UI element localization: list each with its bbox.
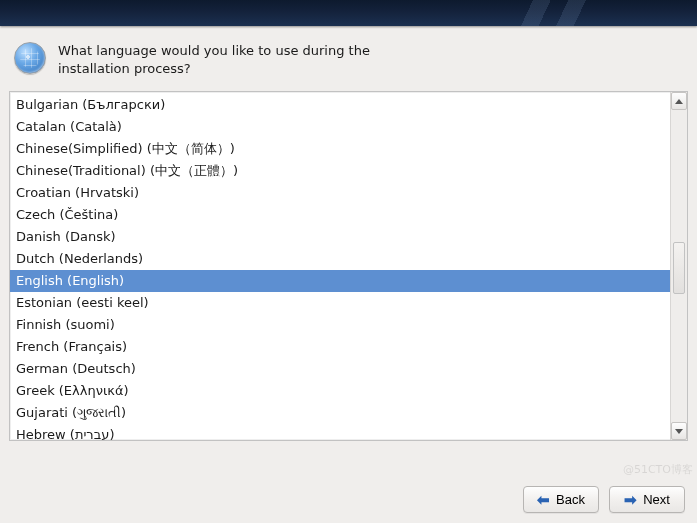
scroll-thumb[interactable] [673,242,685,294]
language-option[interactable]: Croatian (Hrvatski) [10,182,670,204]
back-button[interactable]: ⬅ Back [523,486,599,513]
language-option[interactable]: Gujarati (ગુજરાતી) [10,402,670,424]
language-option[interactable]: Catalan (Català) [10,116,670,138]
language-option[interactable]: Estonian (eesti keel) [10,292,670,314]
language-option[interactable]: Chinese(Simplified) (中文（简体）) [10,138,670,160]
language-option[interactable]: Bulgarian (Български) [10,94,670,116]
language-option[interactable]: Finnish (suomi) [10,314,670,336]
language-option[interactable]: English (English) [10,270,670,292]
arrow-left-icon: ⬅ [537,492,550,507]
language-option[interactable]: Greek (Ελληνικά) [10,380,670,402]
next-button-label: Next [643,492,670,507]
language-option[interactable]: Hebrew (עברית) [10,424,670,440]
language-option[interactable]: Chinese(Traditional) (中文（正體）) [10,160,670,182]
scrollbar[interactable] [670,92,687,440]
language-option[interactable]: German (Deutsch) [10,358,670,380]
language-option[interactable]: Dutch (Nederlands) [10,248,670,270]
next-button[interactable]: ➡ Next [609,486,685,513]
language-option[interactable]: Danish (Dansk) [10,226,670,248]
arrow-right-icon: ➡ [624,492,637,507]
language-option[interactable]: Czech (Čeština) [10,204,670,226]
chevron-up-icon [675,99,683,104]
language-list-container: Bulgarian (Български)Catalan (Català)Chi… [9,91,688,441]
watermark: @51CTO博客 [623,462,693,477]
installer-banner [0,0,697,26]
footer-buttons: ⬅ Back ➡ Next [523,486,685,513]
scroll-down-button[interactable] [671,422,687,440]
back-button-label: Back [556,492,585,507]
chevron-down-icon [675,429,683,434]
language-prompt: What language would you like to use duri… [58,42,418,77]
globe-icon [14,42,46,74]
language-list[interactable]: Bulgarian (Български)Catalan (Català)Chi… [10,92,670,440]
header: What language would you like to use duri… [0,26,697,85]
language-option[interactable]: French (Français) [10,336,670,358]
scroll-up-button[interactable] [671,92,687,110]
